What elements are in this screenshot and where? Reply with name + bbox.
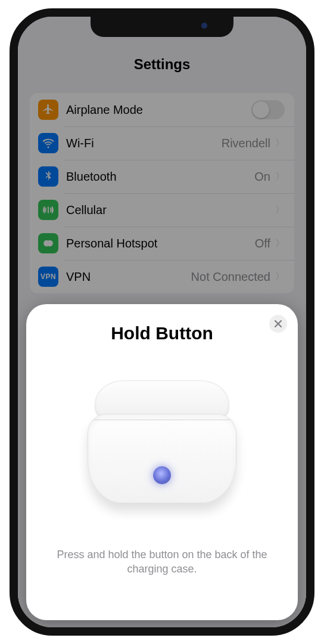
case-led-icon bbox=[153, 466, 171, 484]
airpods-case-illustration bbox=[39, 380, 285, 500]
close-button[interactable] bbox=[269, 315, 287, 333]
sheet-title: Hold Button bbox=[39, 323, 285, 343]
close-icon bbox=[275, 320, 282, 327]
sheet-instruction: Press and hold the button on the back of… bbox=[39, 547, 285, 577]
notch bbox=[91, 16, 233, 37]
pairing-sheet: Hold Button Press and hold the button on… bbox=[26, 304, 298, 620]
case-body bbox=[88, 414, 236, 503]
phone-frame: Settings Airplane Mode Wi-Fi Rivendell 〉 bbox=[10, 8, 314, 636]
